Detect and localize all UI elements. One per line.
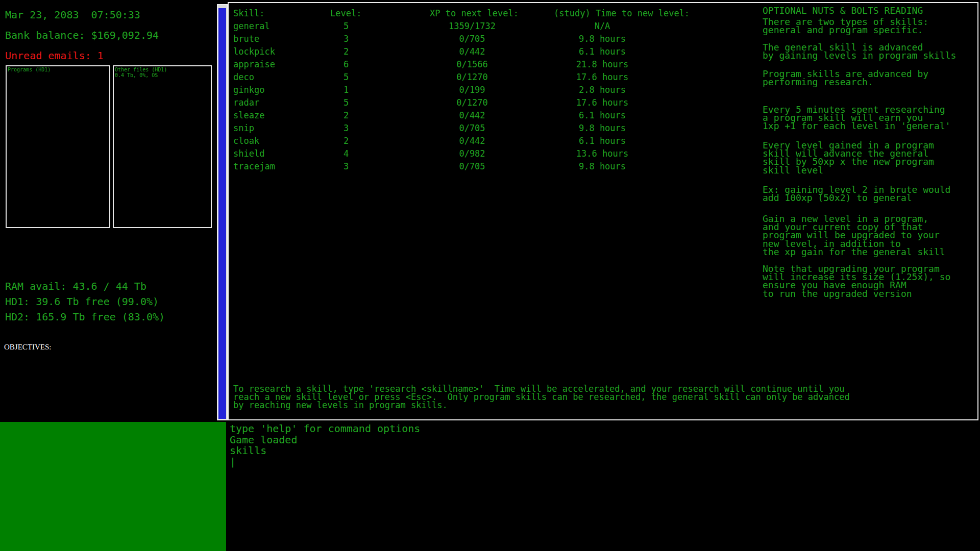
- skill-time-cell: 21.8 hours: [526, 58, 679, 71]
- datetime-display: Mar 23, 2083 07:50:33: [5, 8, 140, 21]
- skill-time-cell: 2.8 hours: [526, 84, 679, 96]
- skill-time-cell: 9.8 hours: [526, 160, 679, 173]
- skill-name-cell: cloak: [233, 135, 259, 147]
- skill-name-cell: appraise: [233, 58, 275, 71]
- skill-name-cell: shield: [233, 147, 264, 160]
- command-console[interactable]: type 'help' for command options Game loa…: [230, 423, 975, 467]
- hd1-status: HD1: 39.6 Tb free (99.0%): [5, 295, 159, 308]
- skill-name-cell: sleaze: [233, 109, 264, 122]
- skill-xp-cell: 0/442: [401, 45, 544, 58]
- other-files-panel-title: Other files (HD1): [114, 66, 211, 72]
- skill-level-cell: 5: [308, 71, 384, 84]
- skill-time-cell: 9.8 hours: [526, 33, 679, 45]
- console-cursor[interactable]: |: [230, 457, 975, 468]
- header-time: (study) Time to new level:: [554, 7, 690, 20]
- skill-time-cell: 17.6 hours: [526, 71, 679, 84]
- skill-xp-cell: 0/442: [401, 109, 544, 122]
- skill-xp-cell: 0/705: [401, 160, 544, 173]
- skill-time-cell: 13.6 hours: [526, 147, 679, 160]
- scrollbar-thumb[interactable]: [218, 8, 226, 419]
- programs-panel[interactable]: Programs (HD1): [6, 65, 110, 228]
- skill-name-cell: brute: [233, 33, 259, 45]
- skill-level-cell: 2: [308, 135, 384, 147]
- skill-name-cell: deco: [233, 71, 254, 84]
- skill-time-cell: 6.1 hours: [526, 45, 679, 58]
- skill-name-cell: lockpick: [233, 45, 275, 58]
- skill-level-cell: 5: [308, 20, 384, 33]
- skill-name-cell: general: [233, 20, 270, 33]
- hd2-status: HD2: 165.9 Tb free (83.0%): [5, 310, 165, 323]
- programs-panel-title: Programs (HD1): [7, 66, 109, 72]
- game-screen: Mar 23, 2083 07:50:33 Bank balance: $169…: [0, 0, 980, 551]
- console-output-line: skills: [230, 445, 975, 457]
- skill-time-cell: 17.6 hours: [526, 96, 679, 109]
- header-skill: Skill:: [233, 7, 264, 20]
- console-output-line: Game loaded: [230, 435, 975, 446]
- other-files-panel[interactable]: Other files (HD1) 0.4 Tb, 0%, OS: [113, 65, 212, 228]
- reading-paragraph: Note that upgrading your program will in…: [763, 265, 950, 298]
- skill-name-cell: radar: [233, 96, 259, 109]
- skill-level-cell: 3: [308, 33, 384, 45]
- skill-name-cell: tracejam: [233, 160, 275, 173]
- skill-level-cell: 1: [308, 84, 384, 96]
- scrollbar-track[interactable]: [217, 4, 228, 420]
- skill-level-cell: 6: [308, 58, 384, 71]
- objectives-label: OBJECTIVES:: [4, 343, 52, 352]
- skill-time-cell: 6.1 hours: [526, 135, 679, 147]
- skill-xp-cell: 0/1270: [401, 96, 544, 109]
- skill-xp-cell: 0/199: [401, 84, 544, 96]
- skill-xp-cell: 0/1566: [401, 58, 544, 71]
- header-xp: XP to next level:: [430, 7, 519, 20]
- skill-name-cell: snip: [233, 122, 254, 135]
- console-output-line: type 'help' for command options: [230, 423, 975, 435]
- skill-xp-cell: 1359/1732: [401, 20, 544, 33]
- skill-level-cell: 2: [308, 45, 384, 58]
- reading-paragraph: Gain a new level in a program, and your …: [763, 215, 945, 256]
- skill-xp-cell: 0/705: [401, 33, 544, 45]
- reading-panel-title: OPTIONAL NUTS & BOLTS READING: [763, 7, 923, 15]
- skill-level-cell: 5: [308, 96, 384, 109]
- skill-time-cell: 9.8 hours: [526, 122, 679, 135]
- skill-level-cell: 4: [308, 147, 384, 160]
- reading-paragraph: Every level gained in a program skill wi…: [763, 141, 934, 174]
- bank-balance: Bank balance: $169,092.94: [5, 29, 159, 42]
- skill-xp-cell: 0/442: [401, 135, 544, 147]
- reading-paragraph: There are two types of skills: general a…: [763, 18, 928, 34]
- skill-level-cell: 3: [308, 160, 384, 173]
- map-area: [0, 422, 226, 551]
- skill-time-cell: 6.1 hours: [526, 109, 679, 122]
- research-help-text: To research a skill, type 'research <ski…: [233, 385, 850, 409]
- skill-level-cell: 2: [308, 109, 384, 122]
- other-files-panel-usage: 0.4 Tb, 0%, OS: [114, 72, 211, 78]
- skill-level-cell: 3: [308, 122, 384, 135]
- skill-name-cell: ginkgo: [233, 84, 264, 96]
- skills-panel: Skill: Level: XP to next level: (study) …: [228, 2, 978, 420]
- skill-xp-cell: 0/982: [401, 147, 544, 160]
- header-level: Level:: [330, 7, 361, 20]
- reading-paragraph: The general skill is advanced by gaining…: [763, 43, 956, 60]
- reading-paragraph: Every 5 minutes spent researching a prog…: [763, 106, 950, 131]
- skill-xp-cell: 0/1270: [401, 71, 544, 84]
- reading-paragraph: Ex: gaining level 2 in brute would add 1…: [763, 186, 950, 202]
- unread-emails-alert: Unread emails: 1: [5, 49, 104, 62]
- skill-xp-cell: 0/705: [401, 122, 544, 135]
- skill-time-cell: N/A: [526, 20, 679, 33]
- reading-paragraph: Program skills are advanced by performin…: [763, 70, 928, 86]
- ram-status: RAM avail: 43.6 / 44 Tb: [5, 280, 146, 293]
